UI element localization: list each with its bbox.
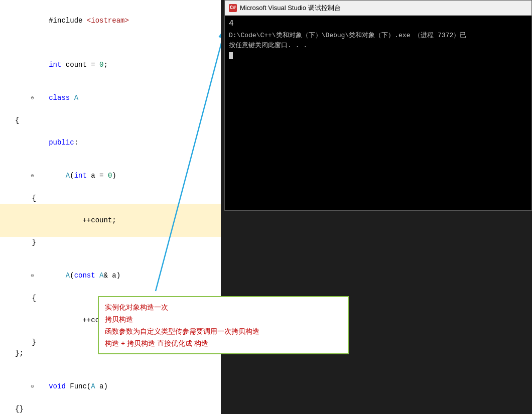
code-line-6: public: [0, 126, 221, 159]
code-line-8: { [0, 193, 221, 204]
line-text-19: {} [13, 403, 24, 414]
line-text-2 [13, 37, 19, 48]
code-line-3: int count = 0; [0, 48, 221, 81]
console-cursor [229, 52, 233, 59]
code-line-18: ⊖ void Func(A a) [0, 370, 221, 403]
tooltip-line-2: 拷贝构造 [105, 313, 342, 325]
gutter-12: ⊖ [2, 259, 13, 293]
gutter-7: ⊖ [2, 159, 13, 193]
line-text-17 [13, 359, 19, 370]
collapse-icon-12[interactable]: ⊖ [31, 273, 34, 279]
code-line-5: { [0, 115, 221, 126]
console-output-path: D:\Code\C++\类和对象（下）\Debug\类和对象（下）.exe （进… [229, 31, 527, 41]
line-text-1: #include <iostream> [13, 4, 129, 37]
console-output-number: 4 [229, 19, 527, 29]
code-line-7: ⊖ A(int a = 0) [0, 159, 221, 193]
collapse-icon-7[interactable]: ⊖ [31, 173, 34, 179]
line-text-6: public: [13, 126, 78, 159]
collapse-icon-4[interactable]: ⊖ [31, 95, 34, 101]
annotation-tooltip: 实例化对象构造一次 拷贝构造 函数参数为自定义类型传参需要调用一次拷贝构造 构造… [98, 296, 349, 354]
code-line-4: ⊖ class A [0, 81, 221, 115]
line-text-8: { [13, 193, 36, 204]
line-text-16: }; [13, 348, 24, 359]
gutter-18: ⊖ [2, 370, 13, 403]
code-line-12: ⊖ A(const A& a) [0, 259, 221, 293]
console-body: 4 D:\Code\C++\类和对象（下）\Debug\类和对象（下）.exe … [225, 16, 531, 64]
code-line-2 [0, 37, 221, 48]
code-line-17 [0, 359, 221, 370]
tooltip-line-4: 构造 + 拷贝构造 直接优化成 构造 [105, 337, 342, 349]
code-line-11 [0, 248, 221, 259]
line-text-13: { [13, 293, 36, 304]
tooltip-line-1: 实例化对象构造一次 [105, 301, 342, 313]
vs-icon: C# [229, 4, 237, 12]
console-output-press: 按任意键关闭此窗口. . . [229, 41, 527, 51]
line-text-11 [13, 248, 19, 259]
code-line-19: {} [0, 403, 221, 414]
code-line-1: #include <iostream> [0, 4, 221, 37]
tooltip-line-3: 函数参数为自定义类型传参需要调用一次拷贝构造 [105, 325, 342, 337]
collapse-icon-18[interactable]: ⊖ [31, 384, 34, 389]
code-line-9: ++count; [0, 204, 221, 237]
line-text-5: { [13, 115, 19, 126]
line-text-3: int count = 0; [13, 48, 108, 81]
console-window[interactable]: C# Microsoft Visual Studio 调试控制台 4 D:\Co… [224, 0, 532, 211]
gutter-4: ⊖ [2, 81, 13, 115]
console-title: Microsoft Visual Studio 调试控制台 [240, 4, 341, 13]
code-line-10: } [0, 237, 221, 248]
line-text-9: ++count; [13, 204, 116, 237]
line-text-15: } [13, 337, 36, 348]
line-text-10: } [13, 237, 36, 248]
console-titlebar: C# Microsoft Visual Studio 调试控制台 [225, 1, 531, 16]
